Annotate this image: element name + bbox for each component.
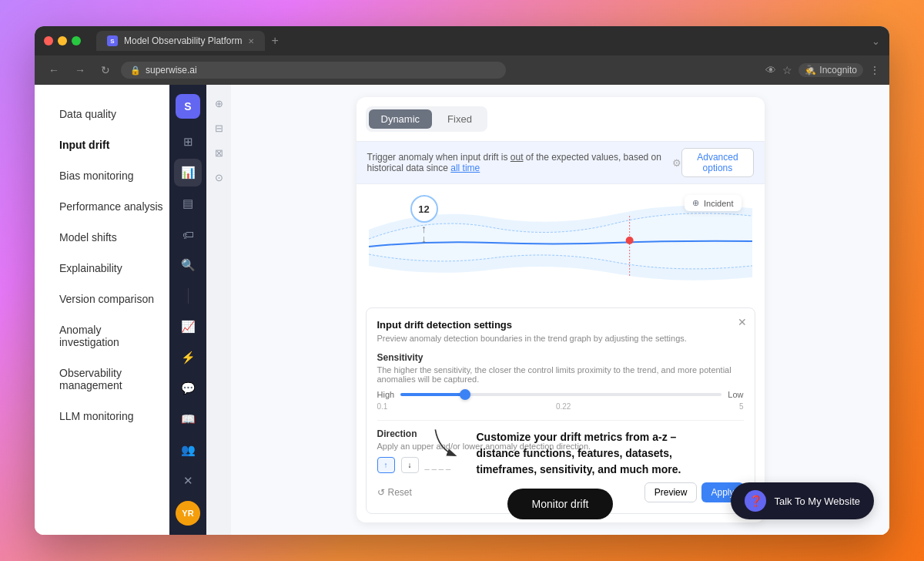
counter-value: 12 xyxy=(410,195,438,223)
sidebar-icon-message[interactable]: 💬 xyxy=(174,375,202,402)
settings-subtitle: Preview anomaly detection boundaries in … xyxy=(377,334,744,343)
counter-bubble: 12 ↑ ↓ xyxy=(410,195,438,244)
star-icon[interactable]: ☆ xyxy=(782,64,792,76)
chart-area: 12 ↑ ↓ ⊕ Incident xyxy=(357,184,765,307)
sidebar-item-llm-monitoring[interactable]: LLM monitoring xyxy=(53,402,169,430)
sidebar-icon-users[interactable]: 👥 xyxy=(174,436,202,464)
reset-icon: ↺ xyxy=(377,487,385,498)
browser-toolbar: ← → ↻ 🔒 superwise.ai 👁 ☆ 🕵 Incognito ⋮ xyxy=(35,55,889,85)
sidebar-item-observability-management[interactable]: Observability management xyxy=(53,359,169,399)
talk-icon: ❓ xyxy=(745,490,766,512)
menu-icon[interactable]: ⋮ xyxy=(869,64,880,76)
sidebar-icon-x[interactable]: ✕ xyxy=(174,467,202,495)
slider-thumb[interactable] xyxy=(460,389,470,400)
sidebar-item-bias-monitoring[interactable]: Bias monitoring xyxy=(53,162,169,190)
sidebar-icon-pulse[interactable]: ⚡ xyxy=(174,344,202,371)
sidebar-icon-grid[interactable]: ⊞ xyxy=(174,128,202,156)
incognito-label: Incognito xyxy=(819,65,857,76)
reload-button[interactable]: ↻ xyxy=(96,62,115,78)
incident-badge: ⊕ Incident xyxy=(685,195,742,211)
tab-bar-chevron[interactable]: ⌄ xyxy=(872,35,880,47)
close-window-button[interactable] xyxy=(44,36,53,45)
sidebar-item-explainability[interactable]: Explainability xyxy=(53,254,169,282)
sensitivity-label: Sensitivity xyxy=(377,352,744,363)
tab-title: Model Observability Platform xyxy=(124,35,242,46)
sub-icon-move[interactable]: ⊕ xyxy=(209,94,228,113)
sidebar-icon-table[interactable]: ▤ xyxy=(174,190,202,217)
browser-window: S Model Observability Platform ✕ + ⌄ ← →… xyxy=(35,26,889,535)
incident-label: Incident xyxy=(704,199,734,208)
slider-labels: 0.1 0.22 5 xyxy=(377,402,744,411)
address-bar[interactable]: 🔒 superwise.ai xyxy=(121,62,506,79)
slider-min: 0.1 xyxy=(377,402,388,411)
sub-icon-zoom[interactable]: ⊙ xyxy=(209,168,228,186)
sidebar-bottom: YR xyxy=(176,501,200,526)
slider-current-value: 0.22 xyxy=(556,402,571,411)
icon-sidebar: S ⊞ 📊 ▤ 🏷 🔍 📈 ⚡ 💬 📖 👥 ✕ YR xyxy=(169,85,206,535)
sidebar-icon-book[interactable]: 📖 xyxy=(174,405,202,433)
monitor-drift-button[interactable]: Monitor drift xyxy=(507,489,614,519)
slider-high-label: High xyxy=(377,390,395,399)
tab-close-button[interactable]: ✕ xyxy=(248,37,254,45)
info-text: Trigger anomaly when input drift is out … xyxy=(367,152,673,173)
sub-icon-crop[interactable]: ⊠ xyxy=(209,143,228,162)
crosshair-icon: ⊕ xyxy=(692,198,699,208)
slider-low-label: Low xyxy=(728,390,743,399)
eye-off-icon[interactable]: 👁 xyxy=(765,64,776,76)
info-bar: Trigger anomaly when input drift is out … xyxy=(357,141,765,184)
main-panel: Dynamic Fixed Trigger anomaly when input… xyxy=(231,85,889,535)
browser-tab-active[interactable]: S Model Observability Platform ✕ xyxy=(96,31,265,51)
talk-label: Talk To My Website xyxy=(774,495,860,507)
back-button[interactable]: ← xyxy=(44,62,64,78)
sidebar-icon-search[interactable]: 🔍 xyxy=(174,251,202,279)
counter-arrows: ↑ ↓ xyxy=(410,224,438,244)
all-time-link[interactable]: all time xyxy=(450,163,480,173)
settings-close-button[interactable]: ✕ xyxy=(738,316,747,328)
sidebar-item-model-shifts[interactable]: Model shifts xyxy=(53,223,169,251)
info-settings-icon[interactable]: ⚙ xyxy=(672,157,681,169)
sidebar-item-version-comparison[interactable]: Version comparison xyxy=(53,285,169,313)
reset-button[interactable]: ↺ Reset xyxy=(377,487,412,498)
sidebar-nav: Data quality Input drift Bias monitoring… xyxy=(35,85,169,535)
sensitivity-desc: The higher the sensitivity, the closer t… xyxy=(377,365,744,384)
card-tabs: Dynamic Fixed xyxy=(366,106,487,132)
toolbar-right: 👁 ☆ 🕵 Incognito ⋮ xyxy=(765,63,880,77)
user-avatar[interactable]: YR xyxy=(176,501,200,526)
sensitivity-setting: Sensitivity The higher the sensitivity, … xyxy=(377,352,744,411)
sidebar-item-input-drift[interactable]: Input drift xyxy=(53,131,169,159)
sidebar-item-performance-analysis[interactable]: Performance analysis xyxy=(53,193,169,220)
sub-icon-layers[interactable]: ⊟ xyxy=(209,119,228,137)
browser-titlebar: S Model Observability Platform ✕ + ⌄ xyxy=(35,26,889,55)
slider-fill xyxy=(400,393,464,396)
sensitivity-slider[interactable] xyxy=(400,393,721,396)
cta-area: Customize your drift metrics from a-z – … xyxy=(414,429,707,519)
sidebar-icon-chart[interactable]: 📊 xyxy=(174,159,202,186)
talk-widget[interactable]: ❓ Talk To My Website xyxy=(731,482,874,519)
cta-text-row: Customize your drift metrics from a-z – … xyxy=(429,429,692,478)
maximize-window-button[interactable] xyxy=(72,36,81,45)
advanced-options-button[interactable]: Advanced options xyxy=(681,148,753,177)
tab-fixed[interactable]: Fixed xyxy=(435,109,484,129)
sidebar-item-data-quality[interactable]: Data quality xyxy=(53,100,169,128)
slider-max: 5 xyxy=(739,402,744,411)
slider-row: High Low xyxy=(377,390,744,399)
content-area: Data quality Input drift Bias monitoring… xyxy=(35,85,889,535)
cta-arrow-icon xyxy=(429,423,467,462)
incognito-icon: 🕵 xyxy=(805,65,816,76)
direction-up-button[interactable]: ↑ xyxy=(377,457,395,473)
lock-icon: 🔒 xyxy=(130,66,141,76)
sidebar-item-anomaly-investigation[interactable]: Anomaly investigation xyxy=(53,316,169,356)
new-tab-button[interactable]: + xyxy=(268,34,281,48)
traffic-lights xyxy=(44,36,81,45)
tab-dynamic[interactable]: Dynamic xyxy=(369,109,433,129)
url-text: superwise.ai xyxy=(146,65,197,76)
cta-text: Customize your drift metrics from a-z – … xyxy=(477,429,692,478)
tab-bar: S Model Observability Platform ✕ + xyxy=(96,31,865,51)
minimize-window-button[interactable] xyxy=(58,36,67,45)
sidebar-icon-bar-chart[interactable]: 📈 xyxy=(174,313,202,341)
app-logo[interactable]: S xyxy=(176,94,200,119)
sub-icon-bar: ⊕ ⊟ ⊠ ⊙ xyxy=(206,85,231,535)
forward-button[interactable]: → xyxy=(70,62,90,78)
sidebar-icon-tag[interactable]: 🏷 xyxy=(174,220,202,248)
tab-favicon: S xyxy=(107,35,118,46)
